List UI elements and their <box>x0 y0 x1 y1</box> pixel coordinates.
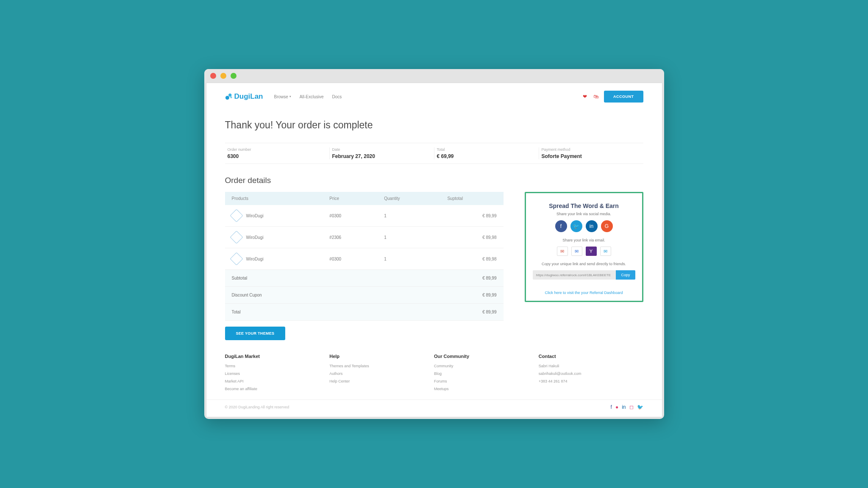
summary-label: Total <box>437 147 536 152</box>
footer-col-help: Help Themes and TemplatesAuthorsHelp Cen… <box>329 354 434 394</box>
referral-social-sub: Share your link via social media. <box>533 212 635 216</box>
nav-docs[interactable]: Docs <box>332 94 342 99</box>
product-cell: WiroDugi <box>225 227 323 248</box>
footer-link[interactable]: Community <box>434 364 539 368</box>
nav-label: Docs <box>332 94 342 99</box>
order-table: Products Price Quantity Suptotal WiroDug… <box>225 192 504 321</box>
footer-heading: Our Community <box>434 354 539 359</box>
summary-payment: Payment method Soforte Payment <box>539 147 643 159</box>
site-header: DugiLan Browse▾ All-Exclusive Docs ❤ 🛍 A… <box>206 83 662 107</box>
product-name: WiroDugi <box>246 214 264 218</box>
footer-link[interactable]: Authors <box>329 372 434 376</box>
referral-email-sub: Share your link via email. <box>533 238 635 242</box>
referral-link-input[interactable] <box>533 270 616 280</box>
product-name: WiroDugi <box>246 257 264 261</box>
section-title: Order details <box>225 176 643 185</box>
footer-link[interactable]: Meetups <box>434 387 539 391</box>
summary-line: Total€ 89,99 <box>225 304 504 321</box>
subtotal-cell: € 89,99 <box>440 205 503 227</box>
copy-button[interactable]: Copy <box>616 270 635 280</box>
logo[interactable]: DugiLan <box>225 92 263 101</box>
footer-heading: DugiLan Market <box>225 354 330 359</box>
logo-icon <box>225 93 233 100</box>
copy-link-row: Copy <box>533 270 635 280</box>
footer-heading: Help <box>329 354 434 359</box>
footer-link[interactable]: Market API <box>225 379 330 383</box>
svg-point-0 <box>225 96 229 100</box>
mail-icon[interactable]: ✉ <box>600 247 611 256</box>
subtotal-cell: € 89,98 <box>440 227 503 248</box>
email-share-row: ✉ ✉ Y ✉ <box>533 247 635 256</box>
footer-heading: Contact <box>539 354 643 359</box>
titlebar <box>204 69 664 83</box>
nav-label: All-Exclusive <box>300 94 324 99</box>
referral-dashboard-link[interactable]: Click here to visit the your Referral Da… <box>533 291 635 295</box>
footer-col-market: DugiLan Market TermsLicensesMarket APIBe… <box>225 354 330 394</box>
product-thumb-icon <box>230 252 243 265</box>
browser-window: DugiLan Browse▾ All-Exclusive Docs ❤ 🛍 A… <box>204 69 664 419</box>
footer-pinterest-icon[interactable]: ● <box>615 404 618 410</box>
table-row: WiroDugi#23061€ 89,98 <box>225 227 504 248</box>
see-themes-button[interactable]: SEE YOUR THEMES <box>225 327 286 340</box>
summary-line-label: Discount Cupon <box>225 287 441 304</box>
table-header-row: Products Price Quantity Suptotal <box>225 192 504 205</box>
linkedin-icon[interactable]: in <box>586 220 598 232</box>
summary-line-label: Total <box>225 304 441 321</box>
logo-text: DugiLan <box>234 92 263 101</box>
summary-line-value: € 89,99 <box>440 304 503 321</box>
main-nav: Browse▾ All-Exclusive Docs <box>274 94 342 99</box>
table-row: WiroDugi#03001€ 89,99 <box>225 205 504 227</box>
outlook-icon[interactable]: ✉ <box>571 247 582 256</box>
site-footer: DugiLan Market TermsLicensesMarket APIBe… <box>206 344 662 399</box>
wishlist-icon[interactable]: ❤ <box>582 94 588 100</box>
content-row: Products Price Quantity Suptotal WiroDug… <box>225 192 643 340</box>
summary-label: Payment method <box>542 147 641 152</box>
col-quantity: Quantity <box>377 192 440 205</box>
cart-icon[interactable]: 🛍 <box>593 94 599 100</box>
summary-label: Date <box>332 147 431 152</box>
order-details-column: Products Price Quantity Suptotal WiroDug… <box>225 192 504 340</box>
footer-link[interactable]: Sabri Hakuli <box>539 364 643 368</box>
google-plus-icon[interactable]: G <box>601 220 613 232</box>
nav-label: Browse <box>274 94 288 99</box>
maximize-icon[interactable] <box>231 73 236 79</box>
footer-twitter-icon[interactable]: 🐦 <box>637 404 643 410</box>
yahoo-icon[interactable]: Y <box>586 247 597 256</box>
nav-browse[interactable]: Browse▾ <box>274 94 291 99</box>
twitter-icon[interactable]: 🐦 <box>570 220 582 232</box>
footer-link[interactable]: +383 44 261 874 <box>539 379 643 383</box>
summary-value: February 27, 2020 <box>332 153 431 159</box>
product-thumb-icon <box>230 230 243 244</box>
price-cell: #2306 <box>323 227 377 248</box>
footer-linkedin-icon[interactable]: in <box>622 404 626 410</box>
chevron-down-icon: ▾ <box>289 95 291 98</box>
summary-line: Subtotal€ 89,99 <box>225 270 504 287</box>
footer-link[interactable]: sabrihakuli@outlook.com <box>539 372 643 376</box>
footer-instagram-icon[interactable]: ◻ <box>629 404 634 410</box>
footer-link[interactable]: Become an affiliate <box>225 387 330 391</box>
footer-link[interactable]: Themes and Templates <box>329 364 434 368</box>
summary-label: Order number <box>228 147 327 152</box>
footer-col-contact: Contact Sabri Hakulisabrihakuli@outlook.… <box>539 354 643 394</box>
footer-link[interactable]: Help Center <box>329 379 434 383</box>
footer-link[interactable]: Forums <box>434 379 539 383</box>
gmail-icon[interactable]: ✉ <box>557 247 568 256</box>
footer-social: f ● in ◻ 🐦 <box>611 404 643 410</box>
minimize-icon[interactable] <box>220 73 226 79</box>
footer-link[interactable]: Blog <box>434 372 539 376</box>
summary-value: Soforte Payment <box>542 153 641 159</box>
nav-all-exclusive[interactable]: All-Exclusive <box>300 94 324 99</box>
footer-link[interactable]: Terms <box>225 364 330 368</box>
copyright: © 2020 DugiLanding All right reserved <box>225 405 289 409</box>
account-button[interactable]: ACCOUNT <box>604 91 643 103</box>
product-thumb-icon <box>230 209 243 222</box>
facebook-icon[interactable]: f <box>555 220 567 232</box>
col-price: Price <box>323 192 377 205</box>
summary-date: Date February 27, 2020 <box>330 147 434 159</box>
social-share-row: f 🐦 in G <box>533 220 635 232</box>
footer-link[interactable]: Licenses <box>225 372 330 376</box>
close-icon[interactable] <box>210 73 216 79</box>
table-row: WiroDugi#03001€ 89,98 <box>225 248 504 270</box>
page-title: Thank you! Your order is complete <box>225 119 643 131</box>
footer-facebook-icon[interactable]: f <box>611 404 612 410</box>
